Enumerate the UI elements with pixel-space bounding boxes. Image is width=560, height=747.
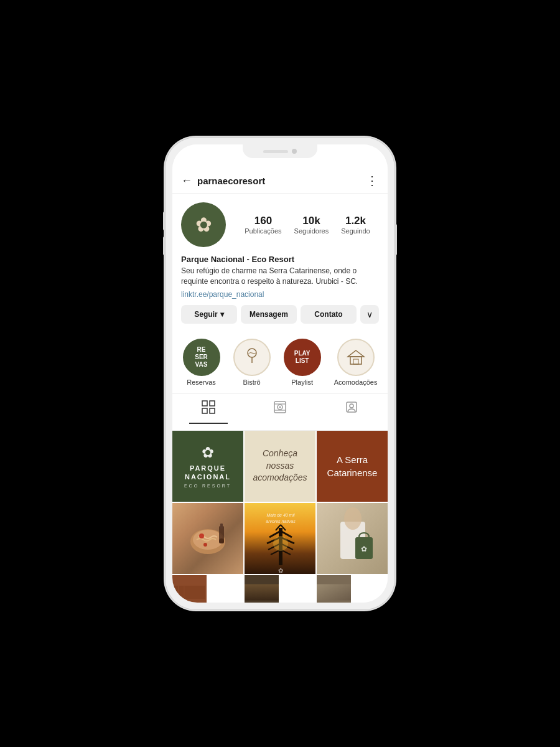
side-button-volume2 (163, 237, 165, 255)
cell-3-text: A Serra Catarinense (324, 453, 380, 479)
highlight-reservas[interactable]: RESERVAS Reservas (183, 339, 220, 386)
grid-cell-5[interactable]: Mais de 40 mil árvores nativas ✿ (245, 503, 315, 574)
message-button[interactable]: Mensagem (241, 305, 297, 324)
svg-rect-49 (317, 584, 351, 600)
tree-image: Mais de 40 mil árvores nativas ✿ (245, 503, 315, 574)
followers-stat: 10k Seguidores (294, 215, 329, 235)
bag-image: ✿ (317, 503, 388, 574)
highlights-row: RESERVAS Reservas (181, 339, 379, 386)
follow-button[interactable]: Seguir ▾ (181, 305, 237, 324)
grid-cell-8[interactable] (245, 575, 279, 603)
svg-rect-19 (220, 524, 223, 529)
back-button[interactable]: ← (181, 174, 192, 187)
logo-subtitle: ECO RESORT (184, 484, 231, 488)
status-bar (172, 144, 388, 167)
logo-flower-icon: ✿ (202, 444, 214, 461)
front-camera (292, 149, 297, 154)
svg-marker-2 (348, 350, 364, 357)
food-image (172, 503, 243, 574)
followers-count: 10k (302, 215, 320, 227)
profile-header: ← parnaecoresort ⋮ (172, 167, 388, 194)
svg-rect-7 (202, 408, 207, 413)
svg-rect-4 (353, 359, 358, 364)
action-buttons: Seguir ▾ Mensagem Contato ∨ (181, 305, 379, 324)
stats-row: 160 Publicações 10k Seguidores 1.2k Segu… (236, 215, 379, 235)
svg-point-43 (344, 507, 362, 530)
following-label: Seguindo (341, 227, 370, 235)
svg-point-21 (199, 533, 204, 538)
svg-text:✿: ✿ (361, 545, 367, 553)
instagram-app: ← parnaecoresort ⋮ ✿ 160 Publicaçõ (172, 167, 388, 603)
side-button-power (395, 224, 397, 255)
publications-stat: 160 Publicações (245, 215, 281, 235)
highlight-circle-playlist: PLAYLIST (284, 339, 321, 376)
chevron-down-icon: ∨ (366, 309, 373, 319)
svg-point-35 (273, 536, 288, 551)
grid-cell-4[interactable] (172, 503, 243, 574)
svg-text:✿: ✿ (278, 567, 283, 574)
more-options-button[interactable]: ⋮ (366, 173, 379, 188)
following-stat: 1.2k Seguindo (341, 215, 370, 235)
publications-label: Publicações (245, 227, 281, 235)
svg-rect-3 (350, 357, 362, 364)
highlight-bistro[interactable]: Bistrô (233, 339, 271, 386)
tab-grid[interactable] (189, 400, 228, 424)
highlight-circle-bistro (233, 339, 271, 376)
header-left: ← parnaecoresort (181, 174, 265, 187)
svg-text:Mais de 40 mil: Mais de 40 mil (266, 513, 295, 517)
highlight-label-playlist: Playlist (291, 378, 313, 386)
grid-cell-3[interactable]: A Serra Catarinense (317, 431, 388, 502)
publications-count: 160 (254, 215, 272, 227)
side-button-volume1 (163, 212, 165, 230)
grid-cell-7[interactable] (172, 575, 207, 603)
cell-2-text: Conheça nossas acomodações (252, 448, 308, 484)
highlight-playlist[interactable]: PLAYLIST Playlist (284, 339, 321, 386)
notch (243, 144, 317, 158)
logo-title: PARQUE NACIONAL (172, 464, 243, 482)
grid-cell-2[interactable]: Conheça nossas acomodações (245, 431, 315, 502)
tab-tagged[interactable] (332, 400, 371, 424)
highlight-circle-acomodacoes (337, 339, 375, 376)
profile-section: ✿ 160 Publicações 10k Seguidores (172, 194, 388, 339)
svg-point-22 (203, 543, 207, 547)
tab-reels[interactable] (261, 400, 299, 424)
phone-frame: ← parnaecoresort ⋮ ✿ 160 Publicaçõ (165, 137, 395, 610)
profile-top-row: ✿ 160 Publicações 10k Seguidores (181, 202, 379, 247)
grid-cell-1[interactable]: ✿ PARQUE NACIONAL ECO RESORT (172, 431, 243, 502)
grid-cell-9[interactable] (317, 575, 351, 603)
expand-button[interactable]: ∨ (360, 305, 379, 324)
svg-rect-5 (202, 401, 207, 406)
contact-button[interactable]: Contato (301, 305, 357, 324)
content-tabs (172, 393, 388, 431)
svg-point-20 (219, 538, 224, 543)
username-label: parnaecoresort (197, 176, 265, 186)
bistro-icon (243, 347, 261, 368)
profile-name: Parque Nacional - Eco Resort (181, 255, 379, 264)
svg-point-11 (279, 406, 281, 408)
svg-rect-6 (210, 401, 215, 406)
following-count: 1.2k (345, 215, 366, 227)
svg-text:árvores nativas: árvores nativas (266, 519, 296, 524)
followers-label: Seguidores (294, 227, 329, 235)
chevron-down-icon: ▾ (220, 310, 224, 319)
highlight-label-reservas: Reservas (187, 378, 215, 386)
highlight-label-acomodacoes: Acomodações (334, 378, 378, 386)
avatar-flower-icon: ✿ (195, 213, 212, 237)
svg-point-15 (350, 404, 353, 408)
svg-rect-8 (210, 408, 215, 413)
profile-bio: Seu refúgio de charme na Serra Catarinen… (181, 266, 379, 287)
posts-grid: ✿ PARQUE NACIONAL ECO RESORT Conheça nos… (172, 431, 388, 603)
phone-screen: ← parnaecoresort ⋮ ✿ 160 Publicaçõ (172, 144, 388, 603)
highlight-label-bistro: Bistrô (243, 378, 261, 386)
svg-rect-48 (245, 584, 279, 600)
grid-cell-6[interactable]: ✿ (317, 503, 388, 574)
highlight-circle-reservas: RESERVAS (183, 339, 220, 376)
avatar[interactable]: ✿ (181, 202, 226, 247)
highlights-section: RESERVAS Reservas (172, 339, 388, 393)
speaker (263, 150, 288, 153)
highlight-acomodacoes[interactable]: Acomodações (334, 339, 378, 386)
svg-rect-45 (174, 585, 205, 598)
profile-link[interactable]: linktr.ee/parque_nacional (181, 290, 379, 299)
